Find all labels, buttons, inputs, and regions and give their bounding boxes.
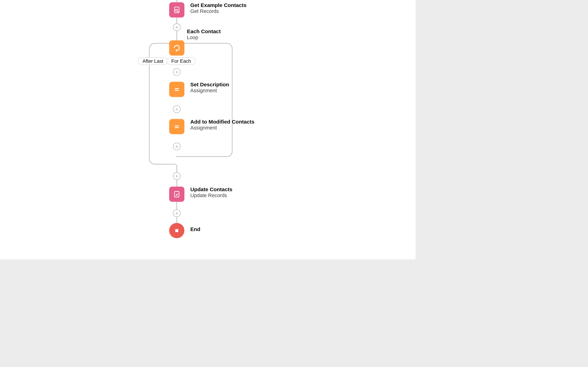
svg-point-10	[175, 9, 177, 11]
add-element-button[interactable]: +	[173, 143, 181, 150]
node-update-records[interactable]: Update ContactsUpdate Records	[169, 187, 232, 202]
add-element-button[interactable]: +	[173, 68, 181, 76]
flow-canvas[interactable]: Autolaunched FlowStart + Get Example Con…	[0, 0, 415, 259]
svg-rect-14	[175, 125, 179, 126]
svg-rect-15	[175, 127, 179, 128]
branch-label-after-last: After Last	[138, 57, 168, 65]
node-get-records[interactable]: Get Example ContactsGet Records	[169, 2, 247, 17]
clipboard-edit-icon	[169, 187, 184, 202]
branch-label-for-each: For Each	[167, 57, 196, 65]
svg-rect-17	[175, 229, 178, 232]
svg-line-11	[177, 11, 178, 12]
node-loop[interactable]	[169, 40, 184, 56]
loop-icon	[169, 40, 184, 56]
node-assignment-add-modified[interactable]: Add to Modified ContactsAssignment	[169, 119, 254, 134]
node-end[interactable]: End	[169, 223, 200, 238]
equals-icon	[169, 119, 184, 134]
svg-rect-12	[175, 88, 179, 89]
stop-icon	[169, 223, 184, 238]
add-element-button[interactable]: +	[173, 105, 181, 113]
clipboard-search-icon	[169, 2, 184, 17]
svg-rect-13	[175, 90, 179, 91]
add-element-button[interactable]: +	[173, 209, 181, 217]
node-assignment-set-description[interactable]: Set DescriptionAssignment	[169, 82, 229, 97]
add-element-button[interactable]: +	[173, 23, 181, 31]
add-element-button[interactable]: +	[173, 172, 181, 180]
equals-icon	[169, 82, 184, 97]
